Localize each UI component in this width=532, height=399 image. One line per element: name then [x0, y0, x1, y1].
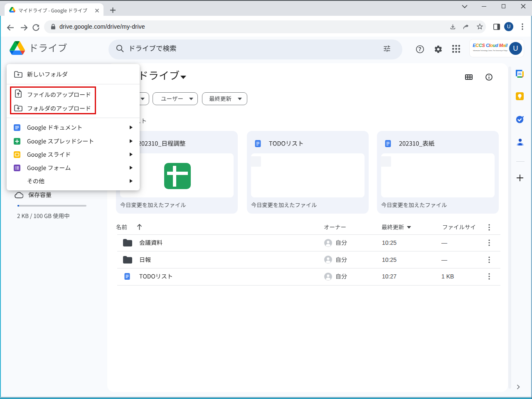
svg-text:31: 31 — [518, 72, 522, 76]
